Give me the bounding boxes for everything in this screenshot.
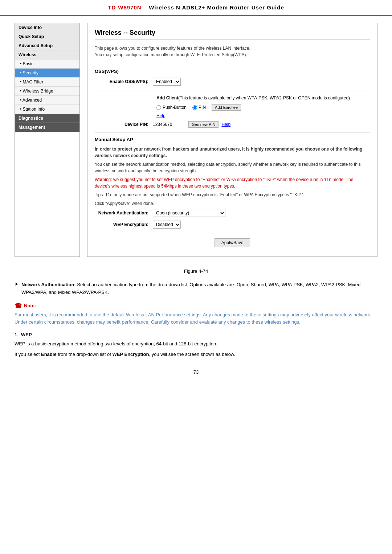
enable-oss-select[interactable]: Enabled Disabled <box>153 78 181 86</box>
divider-4 <box>95 233 370 233</box>
note-body: For most users, it is recommended to use… <box>15 311 377 327</box>
sidebar-item-basic[interactable]: • Basic <box>15 59 79 69</box>
wep-enc-row: WEP Encryption: Disabled Enabled <box>95 221 370 229</box>
content-panel: Wireless -- Security This page allows yo… <box>87 23 377 257</box>
warning-text-red: Warning: we suggest you not to set WEP e… <box>95 176 370 189</box>
page-header: TD-W8970N Wireless N ADSL2+ Modem Router… <box>0 0 392 16</box>
device-pin-value: 12345670 <box>153 122 182 127</box>
sidebar-item-device-info[interactable]: Device Info <box>15 23 79 32</box>
desc-line2: You may setup configuration manually or … <box>95 52 370 58</box>
note-label: ☎ Note: <box>15 302 377 309</box>
oss-wps-label: OSS(WPS) <box>95 69 370 74</box>
manual-setup-label: Manual Setup AP <box>95 137 370 142</box>
note-icon: ☎ <box>15 302 22 309</box>
device-pin-row: Device PIN: 12345670 Gen new PIN Help <box>95 121 370 128</box>
note-section: ☎ Note: For most users, it is recommende… <box>0 302 392 327</box>
device-pin-label: Device PIN: <box>95 122 153 127</box>
sidebar-item-mac-filter[interactable]: • MAC Filter <box>15 78 79 87</box>
sidebar-item-wireless[interactable]: Wireless <box>15 50 79 59</box>
header-text: Wireless N ADSL2+ Modem Router User Guid… <box>149 4 284 11</box>
sidebar-item-wireless-bridge[interactable]: • Wireless Bridge <box>15 87 79 96</box>
wep-section: 1. WEP WEP is a basic encryption method … <box>0 332 392 358</box>
enable-oss-row: Enable OSS(WPS): Enabled Disabled <box>95 78 370 86</box>
pin-radio[interactable] <box>192 105 197 110</box>
wep-body-1: WEP is a basic encryption method offerin… <box>15 340 377 358</box>
push-button-radio-label[interactable]: Push-Button <box>156 105 187 110</box>
figure-caption: Figure 4-74 <box>0 268 392 274</box>
warning-text-1: In order to protect your network from ha… <box>95 146 370 159</box>
network-auth-row: Network Authentication: Open (insecurity… <box>95 209 370 217</box>
add-enrollee-btn[interactable]: Add Enrollee <box>212 104 241 111</box>
enable-oss-control: Enabled Disabled <box>153 78 181 86</box>
main-layout: Device Info Quick Setup Advanced Setup W… <box>0 16 392 264</box>
sidebar-item-advanced[interactable]: • Advanced <box>15 96 79 105</box>
bullet-arrow: ➤ <box>15 281 19 296</box>
wep-enc-control: Disabled Enabled <box>153 221 181 229</box>
apply-save-btn[interactable]: Apply/Save <box>215 238 250 247</box>
add-client-prefix: Add Client(This feature is available onl… <box>156 95 350 100</box>
device-pin-control: 12345670 Gen new PIN Help <box>153 121 230 128</box>
push-pin-row: Push-Button PIN Add Enrollee Help <box>156 104 370 118</box>
wep-enc-select[interactable]: Disabled Enabled <box>153 221 181 229</box>
apply-row: Apply/Save <box>95 238 370 251</box>
desc-line1: This page allows you to configure securi… <box>95 45 370 52</box>
header-title: TD-W8970N Wireless N ADSL2+ Modem Router… <box>108 4 284 11</box>
sidebar-item-quick-setup[interactable]: Quick Setup <box>15 32 79 41</box>
wep-enc-label: WEP Encryption: <box>95 222 153 227</box>
sidebar: Device Info Quick Setup Advanced Setup W… <box>15 23 80 257</box>
divider-2 <box>95 90 370 90</box>
wep-title: 1. WEP <box>15 332 377 337</box>
warning-text-3: Tips: 11n only mode are not supported wh… <box>95 192 370 198</box>
help-link-1[interactable]: Help <box>156 113 166 118</box>
wep-body-2: If you select Enable from the drop-down … <box>15 351 377 358</box>
page-number: 73 <box>0 369 392 382</box>
page-title: Wireless -- Security <box>95 29 370 40</box>
enable-oss-label: Enable OSS(WPS): <box>95 79 153 84</box>
model-name: TD-W8970N <box>108 4 141 11</box>
warning-text-2: You can set the network authentication m… <box>95 161 370 174</box>
pin-label: PIN <box>199 105 206 110</box>
click-apply-text: Click "Apply/Save" when done. <box>95 200 370 207</box>
sidebar-item-station-info[interactable]: • Station Info <box>15 105 79 114</box>
divider-3 <box>95 132 370 132</box>
description: This page allows you to configure securi… <box>95 45 370 58</box>
push-button-label: Push-Button <box>163 105 187 110</box>
radio-group: Push-Button PIN Add Enrollee <box>156 104 370 111</box>
network-auth-label: Network Authentication: <box>95 210 153 216</box>
sidebar-item-security[interactable]: • Security <box>15 69 79 78</box>
sidebar-item-diagnostics[interactable]: Diagnostics <box>15 114 79 123</box>
divider-1 <box>95 64 370 64</box>
sidebar-item-advanced-setup[interactable]: Advanced Setup <box>15 41 79 50</box>
bullet-item-1: ➤ Network Authentication: Select an auth… <box>0 281 392 296</box>
bullet-content-1: Network Authentication: Select an authen… <box>21 281 377 296</box>
network-auth-select[interactable]: Open (insecurity) Shared WPA WPA-PSK WPA… <box>153 209 225 217</box>
help-link-2[interactable]: Help <box>221 122 230 127</box>
pin-radio-label[interactable]: PIN <box>192 105 206 110</box>
push-button-radio[interactable] <box>156 105 161 110</box>
add-client-row: Add Client(This feature is available onl… <box>156 95 370 101</box>
network-auth-control: Open (insecurity) Shared WPA WPA-PSK WPA… <box>153 209 225 217</box>
bullet-bold: Network Authentication: <box>21 282 76 287</box>
gen-new-pin-btn[interactable]: Gen new PIN <box>188 121 219 128</box>
sidebar-item-management[interactable]: Management <box>15 123 79 132</box>
